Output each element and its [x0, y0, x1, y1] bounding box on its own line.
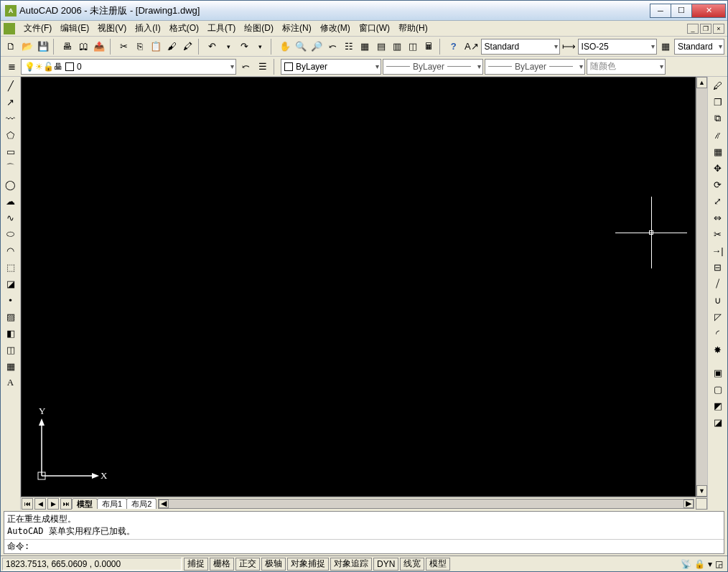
open-icon[interactable]: 📂 — [19, 39, 34, 55]
scale-icon[interactable]: ⤢ — [710, 194, 726, 208]
layer-properties-icon[interactable]: ≣ — [4, 59, 19, 75]
extend-icon[interactable]: →| — [710, 243, 726, 258]
brush-icon[interactable]: 🖍 — [181, 39, 195, 55]
rotate-icon[interactable]: ⟳ — [710, 177, 726, 192]
menu-dimension[interactable]: 标注(N) — [278, 21, 316, 36]
hatch-icon[interactable]: ▨ — [3, 309, 19, 324]
scroll-up-icon[interactable]: ▲ — [696, 77, 707, 88]
menu-modify[interactable]: 修改(M) — [316, 21, 355, 36]
array-icon[interactable]: ▦ — [710, 144, 726, 159]
undo-dropdown-icon[interactable]: ▾ — [221, 39, 235, 55]
plot-style-dropdown[interactable]: 随颜色 — [587, 59, 666, 75]
join-icon[interactable]: ∪ — [710, 293, 726, 307]
menu-edit[interactable]: 编辑(E) — [56, 21, 93, 36]
explode-icon[interactable]: ✸ — [710, 342, 726, 357]
publish-icon[interactable]: 📤 — [92, 39, 106, 55]
menu-insert[interactable]: 插入(I) — [131, 21, 164, 36]
otrack-toggle[interactable]: 对象追踪 — [330, 558, 372, 571]
cut-icon[interactable]: ✂ — [116, 39, 131, 55]
table-icon[interactable]: ▦ — [3, 359, 19, 373]
communication-icon[interactable]: 📡 — [681, 559, 691, 569]
lineweight-dropdown[interactable]: ByLayer — [485, 59, 585, 75]
grid-toggle[interactable]: 栅格 — [210, 558, 234, 571]
horizontal-scrollbar[interactable]: ◀ ▶ — [158, 499, 694, 509]
spline-icon[interactable]: ∿ — [3, 210, 19, 225]
markup-icon[interactable]: ◫ — [406, 39, 420, 55]
osnap-toggle[interactable]: 对象捕捉 — [287, 558, 329, 571]
layer-previous-icon[interactable]: ⤺ — [238, 59, 253, 75]
tab-layout1[interactable]: 布局1 — [97, 498, 127, 509]
dim-style-icon[interactable]: ⟼ — [561, 39, 577, 55]
menu-view[interactable]: 视图(V) — [93, 21, 131, 36]
lwt-toggle[interactable]: 线宽 — [400, 558, 424, 571]
point-icon[interactable]: • — [3, 293, 19, 307]
tab-layout2[interactable]: 布局2 — [126, 498, 157, 509]
draworder-front-icon[interactable]: ▣ — [710, 365, 726, 380]
revision-cloud-icon[interactable]: ☁ — [3, 194, 19, 208]
zoom-previous-icon[interactable]: ⤺ — [326, 39, 340, 55]
zoom-window-icon[interactable]: 🔎 — [309, 39, 324, 55]
menu-draw[interactable]: 绘图(D) — [240, 21, 278, 36]
line-icon[interactable]: ╱ — [3, 78, 19, 93]
tab-prev-icon[interactable]: ◀ — [34, 498, 46, 510]
maximize-button[interactable]: ☐ — [671, 4, 692, 18]
gradient-icon[interactable]: ◧ — [3, 326, 19, 340]
stretch-icon[interactable]: ⇔ — [710, 210, 726, 225]
tab-first-icon[interactable]: ⏮ — [22, 498, 33, 510]
undo-icon[interactable]: ↶ — [205, 39, 220, 55]
clean-screen-icon[interactable]: ◲ — [715, 559, 723, 569]
fillet-icon[interactable]: ◜ — [710, 326, 726, 340]
design-center-icon[interactable]: ▦ — [358, 39, 372, 55]
properties-icon[interactable]: ☷ — [342, 39, 356, 55]
color-dropdown[interactable]: ByLayer — [281, 59, 381, 75]
insert-block-icon[interactable]: ⬚ — [3, 260, 19, 274]
circle-icon[interactable]: ◯ — [3, 177, 19, 192]
snap-toggle[interactable]: 捕捉 — [184, 558, 208, 571]
menu-file[interactable]: 文件(F) — [19, 21, 56, 36]
text-style-icon[interactable]: A↗ — [464, 39, 480, 55]
move-icon[interactable]: ✥ — [710, 161, 726, 175]
polygon-icon[interactable]: ⬠ — [3, 128, 19, 142]
plot-icon[interactable]: 🖶 — [60, 39, 75, 55]
erase-icon[interactable]: 🖊 — [710, 78, 726, 93]
tool-palettes-icon[interactable]: ▤ — [374, 39, 388, 55]
menu-help[interactable]: 帮助(H) — [394, 21, 432, 36]
dim-style-dropdown[interactable]: ISO-25 — [578, 39, 657, 55]
draworder-under-icon[interactable]: ◪ — [710, 415, 726, 429]
ortho-toggle[interactable]: 正交 — [235, 558, 260, 571]
command-input[interactable] — [32, 540, 721, 553]
plot-preview-icon[interactable]: 🕮 — [76, 39, 90, 55]
lock-icon[interactable]: 🔒 — [694, 559, 705, 569]
mtext-icon[interactable]: A — [3, 375, 19, 390]
copy-object-icon[interactable]: ❐ — [710, 95, 726, 109]
arc-icon[interactable]: ⌒ — [3, 161, 19, 175]
doc-close-button[interactable]: × — [713, 24, 724, 34]
pan-realtime-icon[interactable]: ✋ — [278, 39, 292, 55]
layer-states-icon[interactable]: ☰ — [255, 59, 271, 75]
menu-window[interactable]: 窗口(W) — [355, 21, 394, 36]
draworder-back-icon[interactable]: ▢ — [710, 382, 726, 396]
save-icon[interactable]: 💾 — [36, 39, 50, 55]
menu-format[interactable]: 格式(O) — [165, 21, 203, 36]
menu-tools[interactable]: 工具(T) — [203, 21, 240, 36]
make-block-icon[interactable]: ◪ — [3, 276, 19, 291]
polar-toggle[interactable]: 极轴 — [261, 558, 286, 571]
linetype-dropdown[interactable]: ByLayer — [383, 59, 483, 75]
tray-settings-icon[interactable]: ▾ — [708, 559, 712, 569]
region-icon[interactable]: ◫ — [3, 342, 19, 357]
polyline-icon[interactable]: 〰 — [3, 111, 19, 126]
scroll-down-icon[interactable]: ▼ — [696, 485, 707, 497]
command-window[interactable]: 正在重生成模型。 AutoCAD 菜单实用程序已加载。 命令: — [4, 511, 724, 554]
sheet-set-icon[interactable]: ▥ — [390, 39, 404, 55]
redo-dropdown-icon[interactable]: ▾ — [253, 39, 268, 55]
table-style-icon[interactable]: ▦ — [658, 39, 673, 55]
quickcalc-icon[interactable]: 🖩 — [422, 39, 437, 55]
ellipse-icon[interactable]: ⬭ — [3, 227, 19, 241]
chamfer-icon[interactable]: ◸ — [710, 309, 726, 324]
redo-icon[interactable]: ↷ — [237, 39, 251, 55]
copy-icon[interactable]: ⎘ — [133, 39, 147, 55]
break-at-point-icon[interactable]: ⊟ — [710, 260, 726, 274]
match-properties-icon[interactable]: 🖌 — [164, 39, 179, 55]
new-icon[interactable]: 🗋 — [4, 39, 18, 55]
close-button[interactable]: ✕ — [691, 4, 726, 18]
